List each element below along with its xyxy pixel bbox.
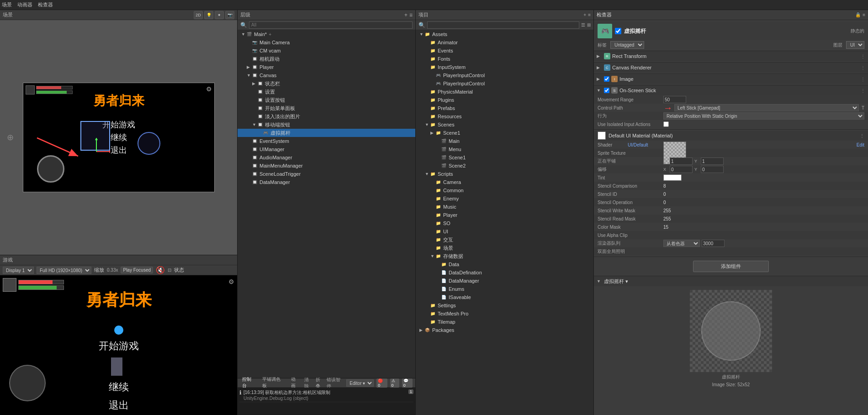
tree-item-settings[interactable]: 🔲 设置 bbox=[238, 88, 415, 96]
game-play-focused-btn[interactable]: Play Focused bbox=[121, 267, 153, 273]
cam-toggle[interactable]: 📷 bbox=[225, 11, 234, 19]
inspector-tag-select[interactable]: Untagged bbox=[610, 41, 644, 49]
inspector-layer-select[interactable]: UI bbox=[846, 41, 864, 49]
project-enemy[interactable]: 📁 Enemy bbox=[416, 194, 593, 203]
light-toggle[interactable]: 💡 bbox=[204, 11, 213, 19]
project-music[interactable]: 📁 Music bbox=[416, 203, 593, 211]
tree-item-sceneload[interactable]: 🔲 SceneLoadTrigger bbox=[238, 170, 415, 178]
project-player[interactable]: 📁 Player bbox=[416, 211, 593, 219]
project-events[interactable]: 📁 Events bbox=[416, 47, 593, 55]
tree-item-mainmenu[interactable]: 🔲 开始菜单面板 bbox=[238, 104, 415, 112]
project-scenes[interactable]: ▼ 📁 Scenes bbox=[416, 121, 593, 129]
prop-control-path-select[interactable]: Left Stick [Gamepad] bbox=[674, 104, 859, 111]
canvas-renderer-header[interactable]: ▶ C Canvas Renderer ⋮ bbox=[594, 63, 868, 73]
image-enabled-checkbox[interactable] bbox=[604, 76, 609, 82]
inspector-active-checkbox[interactable] bbox=[615, 28, 621, 34]
project-prefabs[interactable]: 📁 Prefabs bbox=[416, 104, 593, 112]
game-mute-icon[interactable]: 🔇 bbox=[156, 266, 165, 274]
project-list-view-icon[interactable]: ☰ bbox=[581, 22, 585, 27]
tree-item-canvas[interactable]: ▼ 🔲 Canvas bbox=[238, 71, 415, 79]
tree-item-datamanager[interactable]: 🔲 DataManager bbox=[238, 178, 415, 186]
project-isaveable[interactable]: 📄 ISaveable bbox=[416, 293, 593, 301]
tree-add-main[interactable]: + bbox=[269, 32, 271, 37]
project-inputsystem[interactable]: 📁 InputSystem bbox=[416, 63, 593, 71]
component-rect-header[interactable]: ▶ R Rect Transform ⋮ bbox=[594, 51, 868, 61]
project-animator[interactable]: 📁 Animator bbox=[416, 38, 593, 47]
inspector-lock-icon[interactable]: 🔒 bbox=[855, 12, 861, 17]
tree-item-cmvcam[interactable]: 📷 CM vcam bbox=[238, 47, 415, 55]
stick-enabled-checkbox[interactable] bbox=[604, 88, 609, 93]
prop-tiling-y[interactable] bbox=[701, 158, 724, 165]
menu-scene[interactable]: 场景 bbox=[2, 1, 12, 8]
prop-tint-color[interactable] bbox=[663, 174, 682, 181]
menu-animator[interactable]: 动画器 bbox=[17, 1, 32, 8]
2d-toggle[interactable]: 2D bbox=[194, 11, 203, 19]
hierarchy-search-input[interactable] bbox=[249, 21, 413, 29]
project-fonts[interactable]: 📁 Fonts bbox=[416, 55, 593, 63]
scene-settings-gear-icon[interactable]: ⚙ bbox=[206, 85, 212, 93]
project-search-input[interactable] bbox=[427, 21, 579, 29]
project-so[interactable]: 📁 SO bbox=[416, 219, 593, 227]
project-resources[interactable]: 📁 Resources bbox=[416, 112, 593, 121]
project-textmeshpro[interactable]: 📁 TextMesh Pro bbox=[416, 310, 593, 318]
virtual-stick-header[interactable]: ▼ 虚拟摇杆 ▾ bbox=[594, 276, 868, 286]
project-datadef[interactable]: 📄 DataDefination bbox=[416, 268, 593, 277]
project-menu[interactable]: 🎬 Menu bbox=[416, 145, 593, 153]
console-editor-select[interactable]: Editor ▾ bbox=[346, 379, 374, 387]
hierarchy-menu-btn[interactable]: ≡ bbox=[409, 12, 413, 18]
project-savedata[interactable]: ▼ 📁 存储数据 bbox=[416, 252, 593, 260]
project-playerinput-1[interactable]: 🎮 PlayerInputControl bbox=[416, 71, 593, 79]
tree-item-maincam[interactable]: 📷 Main Camera bbox=[238, 38, 415, 47]
control-path-T-btn[interactable]: T bbox=[862, 105, 864, 110]
tree-item-statusbar[interactable]: ▶ 🔲 状态栏 bbox=[238, 79, 415, 88]
material-menu-icon[interactable]: ⋮ bbox=[860, 133, 864, 138]
tree-item-player[interactable]: ▶ 🔲 Player bbox=[238, 63, 415, 71]
project-ui[interactable]: 📁 UI bbox=[416, 227, 593, 236]
tree-item-fade[interactable]: 🔲 淡入淡出的图片 bbox=[238, 112, 415, 121]
canvas-menu-icon[interactable]: ⋮ bbox=[861, 65, 865, 70]
game-resolution-select[interactable]: Full HD (1920×1080) bbox=[37, 267, 91, 274]
project-main[interactable]: 🎬 Main bbox=[416, 137, 593, 145]
tree-item-audiomanager[interactable]: 🔲 AudioManager bbox=[238, 153, 415, 162]
project-data[interactable]: 📁 Data bbox=[416, 260, 593, 268]
fx-toggle[interactable]: ✦ bbox=[215, 11, 224, 19]
project-scene1[interactable]: ▶ 📁 Scene1 bbox=[416, 129, 593, 137]
project-camera[interactable]: 📁 Camera bbox=[416, 178, 593, 186]
rect-menu-icon[interactable]: ⋮ bbox=[861, 54, 865, 59]
prop-behavior-select[interactable]: Relative Position With Static Origin bbox=[663, 112, 864, 120]
project-packages[interactable]: ▶ 📦 Packages bbox=[416, 326, 593, 334]
game-settings-gear-icon[interactable]: ⚙ bbox=[228, 278, 234, 285]
prop-offset-x[interactable] bbox=[670, 166, 693, 173]
hierarchy-add-btn[interactable]: + bbox=[404, 12, 408, 18]
game-display-select[interactable]: Display 1 bbox=[3, 267, 34, 274]
tree-item-virtualstick[interactable]: 🎮 虚拟摇杆 bbox=[238, 129, 415, 137]
tree-item-settingsbtn[interactable]: 🔲 设置按钮 bbox=[238, 96, 415, 104]
project-playerinput-2[interactable]: 🎮 PlayerInputControl bbox=[416, 79, 593, 88]
tree-item-eventsystem[interactable]: 🔲 EventSystem bbox=[238, 137, 415, 145]
tree-item-mobilebtn[interactable]: ▼ 🔲 移动端按钮 bbox=[238, 121, 415, 129]
project-grid-view-icon[interactable]: ⊞ bbox=[587, 22, 591, 27]
shader-edit-btn[interactable]: Edit bbox=[857, 142, 864, 147]
image-header[interactable]: ▶ I Image ⋮ bbox=[594, 74, 868, 84]
project-scene1b[interactable]: 🎬 Scene1 bbox=[416, 153, 593, 162]
project-plugins[interactable]: 📁 Plugins bbox=[416, 96, 593, 104]
tree-item-main[interactable]: ▼ 🎬 Main* + bbox=[238, 30, 415, 38]
project-datamgr[interactable]: 📄 DataManager bbox=[416, 277, 593, 285]
onscreen-stick-header[interactable]: ▼ S On-Screen Stick ⋮ bbox=[594, 85, 868, 95]
project-scripts[interactable]: ▼ 📁 Scripts bbox=[416, 170, 593, 178]
project-enums[interactable]: 📄 Enums bbox=[416, 285, 593, 293]
prop-offset-y[interactable] bbox=[701, 166, 724, 173]
project-settings[interactable]: 📁 Settings bbox=[416, 301, 593, 310]
prop-tiling-x[interactable] bbox=[670, 158, 693, 165]
project-physicsmaterial[interactable]: 📁 PhysicsMaterial bbox=[416, 88, 593, 96]
tree-item-mainmenumgr[interactable]: 🔲 MainMenuManager bbox=[238, 162, 415, 170]
project-scene-cn[interactable]: 📁 场景 bbox=[416, 244, 593, 252]
inspector-menu-icon[interactable]: ≡ bbox=[863, 12, 865, 17]
project-menu-btn[interactable]: ≡ bbox=[588, 12, 591, 17]
tree-item-uimanager[interactable]: 🔲 UIManager bbox=[238, 145, 415, 153]
project-scene2[interactable]: 🎬 Scene2 bbox=[416, 162, 593, 170]
project-common[interactable]: 📁 Common bbox=[416, 186, 593, 194]
project-tilemap[interactable]: 📁 Tilemap bbox=[416, 318, 593, 326]
image-menu-icon[interactable]: ⋮ bbox=[861, 77, 865, 82]
stick-menu-icon[interactable]: ⋮ bbox=[861, 88, 865, 93]
